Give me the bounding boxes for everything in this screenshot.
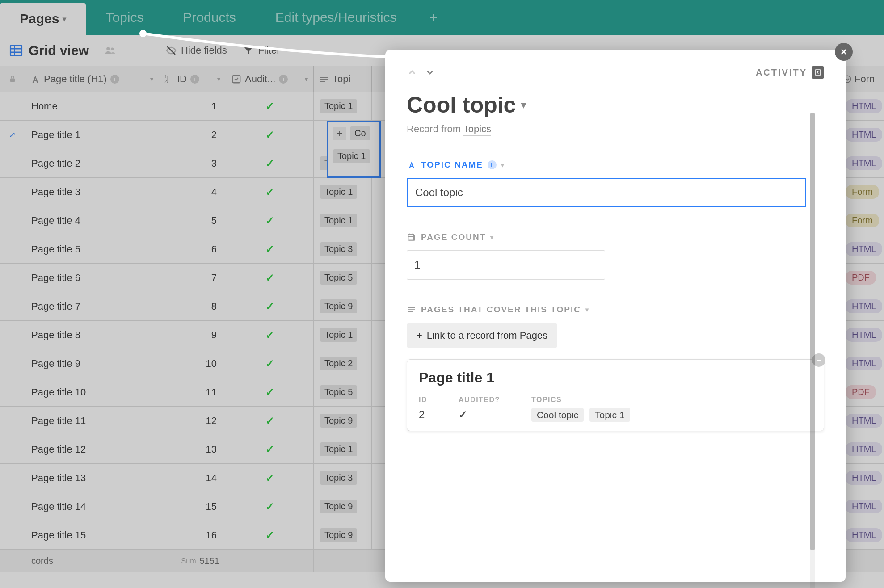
- chevron-down-icon[interactable]: ▾: [585, 306, 589, 313]
- card-topics-label: TOPICS: [531, 396, 633, 404]
- count-icon: [407, 232, 417, 242]
- info-icon[interactable]: i: [488, 160, 497, 169]
- card-id-value: 2: [419, 408, 427, 421]
- modal-scrollbar[interactable]: [810, 113, 815, 588]
- record-modal: ACTIVITY Cool topic ▾ Record from Topics…: [385, 50, 846, 582]
- field-label-page-count[interactable]: PAGE COUNT ▾: [407, 232, 824, 242]
- card-audited-check: ✓: [459, 408, 500, 421]
- topic-name-input[interactable]: [407, 178, 806, 207]
- page-count-value: 1: [407, 250, 605, 280]
- next-record-button[interactable]: [425, 67, 435, 78]
- linked-record-title: Page title 1: [419, 370, 812, 386]
- chevron-down-icon[interactable]: ▾: [521, 99, 526, 111]
- activity-label: ACTIVITY: [756, 67, 807, 78]
- chevron-down-icon[interactable]: ▾: [490, 234, 494, 241]
- expand-panel-icon: [812, 66, 824, 79]
- card-topics-value: Cool topic Topic 1: [531, 408, 633, 421]
- modal-nav: ACTIVITY: [407, 66, 824, 79]
- topic-tag: Cool topic: [531, 408, 584, 422]
- svg-rect-25: [408, 311, 413, 312]
- card-audited-label: AUDITED?: [459, 396, 500, 404]
- svg-rect-24: [408, 309, 415, 310]
- card-id-label: ID: [419, 396, 427, 404]
- link-icon: [407, 305, 417, 315]
- svg-rect-21: [815, 70, 821, 75]
- topic-tag: Topic 1: [589, 408, 630, 422]
- field-label-pages-cover[interactable]: PAGES THAT COVER THIS TOPIC ▾: [407, 305, 824, 315]
- text-icon: [407, 160, 417, 170]
- link-record-button[interactable]: + Link to a record from Pages: [407, 323, 557, 348]
- activity-toggle[interactable]: ACTIVITY: [756, 66, 824, 79]
- chevron-down-icon[interactable]: ▾: [501, 161, 505, 168]
- close-button[interactable]: [835, 43, 853, 61]
- svg-rect-23: [408, 307, 415, 308]
- source-table-link[interactable]: Topics: [463, 123, 491, 136]
- field-label-topic-name[interactable]: TOPIC NAME i ▾: [407, 160, 824, 170]
- svg-rect-22: [408, 234, 414, 240]
- plus-icon: +: [417, 330, 422, 341]
- prev-record-button[interactable]: [407, 67, 417, 78]
- record-title[interactable]: Cool topic ▾: [407, 92, 824, 118]
- record-source: Record from Topics: [407, 123, 824, 135]
- linked-record-card[interactable]: − Page title 1 ID 2 AUDITED? ✓ TOPICS Co…: [407, 359, 824, 431]
